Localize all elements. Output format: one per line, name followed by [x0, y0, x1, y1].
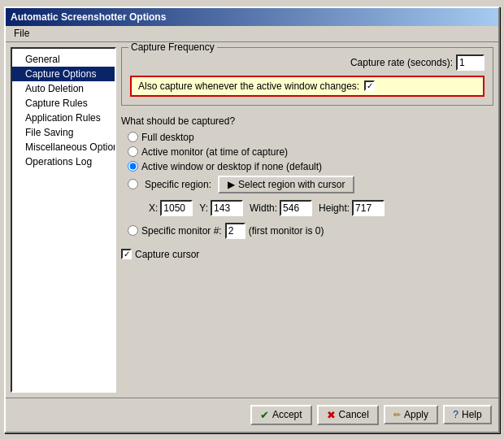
file-menu[interactable]: File — [9, 26, 34, 41]
sidebar-item-general[interactable]: General — [12, 52, 115, 67]
radio-full-desktop-label: Full desktop — [141, 132, 194, 143]
radio-active-window: Active window or desktop if none (defaul… — [128, 161, 493, 172]
y-field: Y: — [199, 200, 243, 216]
radio-specific-monitor-label: Specific monitor #: — [141, 225, 222, 237]
content-area: General Capture Options Auto Deletion Ca… — [6, 42, 498, 398]
y-label: Y: — [199, 202, 208, 214]
help-icon: ? — [453, 409, 458, 420]
radio-full-desktop: Full desktop — [128, 132, 493, 143]
width-field: Width: — [250, 200, 312, 216]
height-label: Height: — [319, 202, 350, 214]
capture-frequency-label: Capture Frequency — [128, 42, 217, 53]
main-panel: Capture Frequency Capture rate (seconds)… — [121, 47, 493, 393]
capture-cursor-checkbox[interactable] — [121, 249, 132, 259]
sidebar-item-file-saving[interactable]: File Saving — [12, 125, 115, 140]
capture-cursor-row: Capture cursor — [121, 249, 493, 260]
main-window: Automatic Screenshotter Options File Gen… — [4, 7, 500, 433]
apply-icon: ✏ — [393, 410, 401, 420]
radio-specific-region: Specific region: ▶ Select region with cu… — [128, 176, 493, 193]
select-region-button[interactable]: ▶ Select region with cursor — [218, 176, 354, 193]
sidebar-item-capture-rules[interactable]: Capture Rules — [12, 96, 115, 111]
width-input[interactable] — [280, 200, 312, 216]
y-input[interactable] — [211, 200, 243, 216]
apply-label: Apply — [404, 409, 428, 420]
radio-active-window-input[interactable] — [128, 161, 138, 172]
height-input[interactable] — [352, 200, 385, 216]
radio-specific-region-label: Specific region: — [145, 179, 211, 190]
sidebar-item-auto-deletion[interactable]: Auto Deletion — [12, 81, 115, 96]
radio-specific-region-input[interactable] — [128, 179, 138, 189]
accept-label: Accept — [272, 409, 302, 420]
cancel-button[interactable]: ✖ Cancel — [317, 405, 379, 425]
radio-specific-monitor: Specific monitor #: (first monitor is 0) — [128, 223, 493, 239]
accept-icon: ✔ — [260, 409, 269, 421]
active-window-highlight: Also capture whenever the active window … — [130, 76, 484, 97]
width-label: Width: — [250, 202, 277, 214]
radio-active-monitor-input[interactable] — [128, 146, 138, 157]
monitor-input[interactable] — [225, 223, 245, 239]
sidebar-item-capture-options[interactable]: Capture Options — [12, 67, 115, 81]
sidebar: General Capture Options Auto Deletion Ca… — [11, 47, 116, 393]
capture-cursor-label: Capture cursor — [135, 249, 199, 260]
x-input[interactable] — [160, 200, 193, 216]
sidebar-item-application-rules[interactable]: Application Rules — [12, 111, 115, 125]
active-window-label: Also capture whenever the active window … — [138, 80, 359, 92]
coords-row: X: Y: Width: Height: — [128, 200, 493, 216]
radio-active-monitor: Active monitor (at time of capture) — [128, 146, 493, 158]
capture-rate-row: Capture rate (seconds): — [130, 54, 484, 71]
radio-active-monitor-label: Active monitor (at time of capture) — [141, 146, 288, 158]
radio-group: Full desktop Active monitor (at time of … — [121, 132, 493, 239]
cancel-icon: ✖ — [327, 409, 336, 421]
title-bar: Automatic Screenshotter Options — [6, 8, 498, 26]
capture-rate-label: Capture rate (seconds): — [350, 57, 453, 68]
cancel-label: Cancel — [339, 409, 369, 420]
monitor-hint: (first monitor is 0) — [249, 225, 324, 237]
capture-frequency-group: Capture Frequency Capture rate (seconds)… — [121, 47, 493, 106]
sidebar-item-operations-log[interactable]: Operations Log — [12, 154, 115, 169]
bottom-bar: ✔ Accept ✖ Cancel ✏ Apply ? Help — [6, 398, 498, 432]
what-captured-label: What should be captured? — [121, 115, 493, 127]
select-region-label: Select region with cursor — [238, 179, 345, 190]
window-title: Automatic Screenshotter Options — [11, 11, 166, 23]
help-button[interactable]: ? Help — [443, 405, 492, 424]
x-field: X: — [149, 200, 193, 216]
cursor-icon: ▶ — [228, 179, 235, 190]
x-label: X: — [149, 202, 158, 214]
radio-full-desktop-input[interactable] — [128, 132, 138, 142]
sidebar-item-misc-options[interactable]: Miscellaneous Options — [12, 140, 115, 154]
accept-button[interactable]: ✔ Accept — [250, 405, 312, 425]
active-window-checkbox[interactable] — [364, 80, 375, 91]
capture-section: What should be captured? Full desktop Ac… — [121, 115, 493, 260]
height-field: Height: — [319, 200, 385, 216]
help-label: Help — [462, 409, 482, 420]
apply-button[interactable]: ✏ Apply — [384, 405, 438, 424]
capture-rate-input[interactable] — [456, 54, 484, 71]
menu-bar: File — [6, 26, 498, 42]
radio-specific-monitor-input[interactable] — [128, 225, 138, 236]
radio-active-window-label: Active window or desktop if none (defaul… — [141, 161, 322, 172]
